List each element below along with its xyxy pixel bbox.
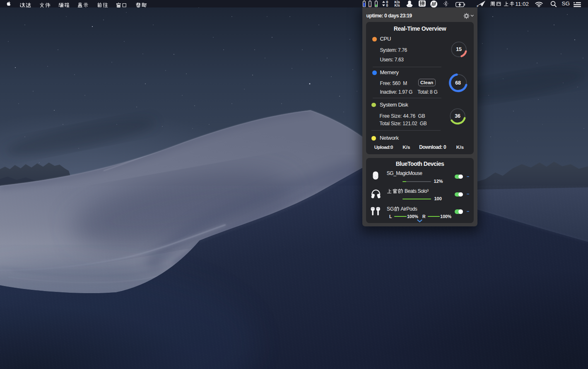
svg-text:P: P: [477, 5, 478, 7]
svg-text:0: 0: [386, 3, 388, 7]
